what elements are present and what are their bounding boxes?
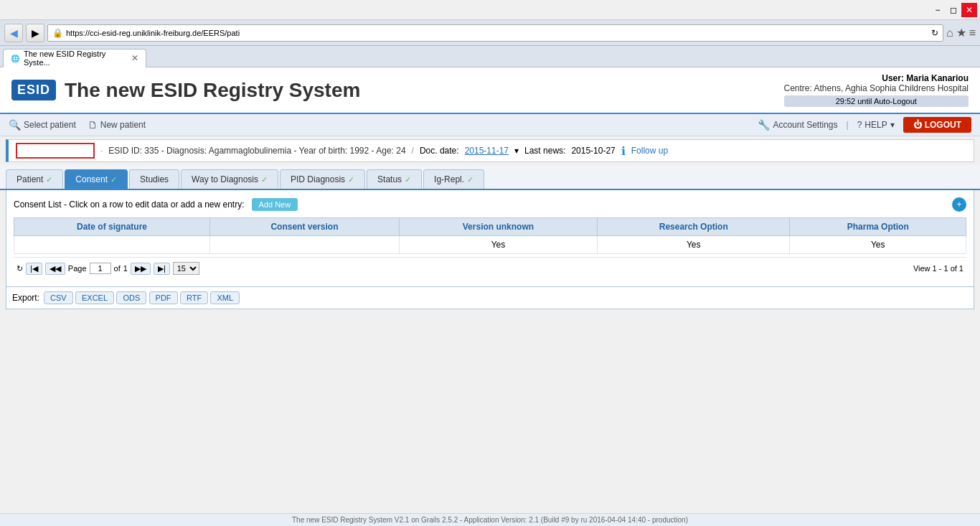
new-patient-btn[interactable]: 🗋 New patient — [88, 119, 146, 131]
refresh-circle-btn[interactable]: + — [952, 197, 966, 212]
tab-label: The new ESID Registry Syste... — [24, 50, 124, 67]
tab-studies[interactable]: Studies — [129, 169, 179, 189]
account-settings-label: Account Settings — [773, 120, 837, 130]
prev-page-btn[interactable]: ◀◀ — [45, 263, 65, 275]
export-pdf-button[interactable]: PDF — [149, 291, 178, 304]
info-icon[interactable]: ℹ — [621, 144, 626, 158]
total-pages: 1 — [123, 264, 128, 273]
logo-box: ESID — [11, 80, 56, 100]
tab-patient[interactable]: Patient✓ — [6, 169, 63, 189]
home-icon[interactable]: ⌂ — [946, 27, 953, 39]
tab-close-icon[interactable]: ✕ — [131, 53, 138, 63]
table-cell: Yes — [598, 236, 790, 254]
user-name: Maria Kanariou — [906, 73, 969, 83]
separator: | — [847, 120, 849, 130]
patient-id-input[interactable] — [16, 143, 95, 159]
lock-icon: 🔒 — [52, 28, 63, 38]
minimize-button[interactable]: − — [930, 3, 946, 17]
autologout-bar: 29:52 until Auto-Logout — [784, 95, 969, 107]
col-header: Date of signature — [14, 218, 210, 236]
forward-button[interactable]: ▶ — [26, 24, 44, 42]
tab-label-ig_repl: Ig-Repl. — [434, 174, 464, 184]
tab-label-studies: Studies — [140, 174, 169, 184]
account-settings-btn[interactable]: 🔧 Account Settings — [758, 119, 837, 131]
separator3: / — [412, 146, 414, 156]
col-header: Research Option — [598, 218, 790, 236]
help-icon: ? — [857, 120, 862, 130]
app-header: ESID The new ESID Registry System User: … — [0, 67, 980, 114]
add-new-button[interactable]: Add New — [252, 198, 298, 211]
table-cell: Yes — [399, 236, 597, 254]
last-news-label: Last news: — [524, 146, 565, 156]
check-icon-pid_diagnosis: ✓ — [348, 175, 354, 184]
tab-label-way_to_diagnosis: Way to Diagnosis — [192, 174, 258, 184]
app-title: The new ESID Registry System — [65, 79, 360, 102]
export-excel-button[interactable]: EXCEL — [75, 291, 114, 304]
pagination-left: ↻ |◀ ◀◀ Page of 1 ▶▶ ▶| 152550 — [17, 262, 199, 275]
help-label: HELP — [864, 120, 887, 130]
doc-date-label: Doc. date: — [420, 146, 459, 156]
logout-icon: ⏻ — [913, 120, 922, 130]
first-page-btn[interactable]: |◀ — [26, 263, 42, 275]
centre-label: Centre: — [784, 83, 812, 93]
col-header: Pharma Option — [790, 218, 966, 236]
check-icon-patient: ✓ — [46, 175, 52, 184]
user-label: User: — [882, 73, 904, 83]
tab-ig_repl[interactable]: Ig-Repl.✓ — [423, 169, 484, 189]
active-browser-tab[interactable]: 🌐 The new ESID Registry Syste... ✕ — [3, 49, 146, 67]
last-news-value: 2015-10-27 — [571, 146, 615, 156]
logout-button[interactable]: ⏻ LOGOUT — [903, 117, 971, 133]
app-logo: ESID The new ESID Registry System — [11, 79, 360, 102]
select-patient-btn[interactable]: 🔍 Select patient — [9, 119, 76, 131]
separator2: · — [100, 146, 103, 156]
star-icon[interactable]: ★ — [956, 26, 966, 39]
tab-consent[interactable]: Consent✓ — [65, 169, 128, 189]
patient-info-bar: · ESID ID: 335 - Diagnosis: Agammaglobul… — [6, 139, 974, 162]
col-header: Consent version — [210, 218, 400, 236]
export-buttons: CSV EXCEL ODS PDF RTF XML — [44, 291, 240, 304]
consent-table: Date of signatureConsent versionVersion … — [14, 217, 966, 254]
address-bar: 🔒 ↻ — [47, 24, 943, 42]
table-cell: Yes — [790, 236, 966, 254]
centre-name: Athens, Aghia Sophia Childrens Hospital — [814, 83, 969, 93]
user-line: User: Maria Kanariou — [784, 73, 969, 83]
help-btn[interactable]: ? HELP ▾ — [857, 120, 895, 130]
doc-date-value[interactable]: 2015-11-17 — [465, 146, 509, 156]
centre-line: Centre: Athens, Aghia Sophia Childrens H… — [784, 83, 969, 93]
menu-icon[interactable]: ≡ — [969, 27, 976, 39]
tab-favicon: 🌐 — [11, 55, 19, 62]
tab-label-pid_diagnosis: PID Diagnosis — [291, 174, 345, 184]
maximize-button[interactable]: ◻ — [946, 3, 961, 17]
tab-bar: 🌐 The new ESID Registry Syste... ✕ — [0, 46, 980, 67]
tab-label-status: Status — [377, 174, 402, 184]
of-label: of — [114, 264, 121, 273]
back-button[interactable]: ◀ — [4, 24, 23, 42]
per-page-select[interactable]: 152550 — [173, 262, 199, 275]
settings-icon: 🔧 — [758, 119, 770, 131]
top-action-right: 🔧 Account Settings | ? HELP ▾ ⏻ LOGOUT — [758, 117, 971, 133]
export-csv-button[interactable]: CSV — [44, 291, 73, 304]
main-content: Consent List - Click on a row to edit da… — [6, 190, 974, 287]
tab-label-patient: Patient — [17, 174, 43, 184]
export-xml-button[interactable]: XML — [210, 291, 240, 304]
tab-pid_diagnosis[interactable]: PID Diagnosis✓ — [280, 169, 365, 189]
new-patient-icon: 🗋 — [88, 119, 98, 131]
last-page-btn[interactable]: ▶| — [154, 263, 170, 275]
refresh-icon[interactable]: ↻ — [17, 264, 23, 273]
new-patient-label: New patient — [100, 120, 146, 130]
export-ods-button[interactable]: ODS — [116, 291, 146, 304]
table-row[interactable]: YesYesYes — [14, 236, 966, 254]
follow-up-link[interactable]: Follow up — [631, 146, 668, 156]
close-button[interactable]: ✕ — [961, 3, 977, 17]
tab-way_to_diagnosis[interactable]: Way to Diagnosis✓ — [181, 169, 278, 189]
tab-status[interactable]: Status✓ — [367, 169, 422, 189]
dropdown-arrow[interactable]: ▾ — [514, 146, 519, 156]
nav-tabs: Patient✓Consent✓StudiesWay to Diagnosis✓… — [0, 165, 980, 190]
page-input[interactable] — [90, 263, 111, 274]
url-input[interactable] — [66, 29, 928, 37]
export-rtf-button[interactable]: RTF — [180, 291, 208, 304]
next-page-btn[interactable]: ▶▶ — [131, 263, 151, 275]
check-icon-ig_repl: ✓ — [467, 175, 473, 184]
refresh-icon[interactable]: ↻ — [931, 28, 938, 38]
export-bar: Export: CSV EXCEL ODS PDF RTF XML — [6, 287, 974, 309]
